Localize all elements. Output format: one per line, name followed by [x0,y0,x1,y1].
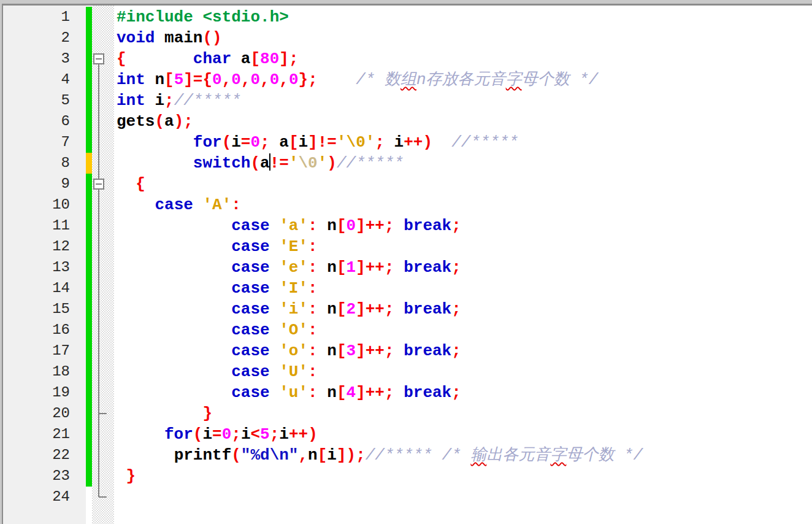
code-line[interactable]: 11 case 'a': n[0]++; break; [3,215,812,236]
line-number[interactable]: 8 [3,153,86,174]
code-line[interactable]: 3{ char a[80]; [3,48,812,69]
token-kw: case [231,321,269,339]
code-line[interactable]: 20 } [3,403,812,424]
line-number[interactable]: 3 [3,48,86,69]
editor-surface[interactable]: 1#include <stdio.h>2void main()3{ char a… [3,6,812,524]
line-number[interactable]: 2 [3,28,86,48]
line-number[interactable]: 12 [3,236,86,257]
line-number[interactable]: 6 [3,111,86,132]
token-id [117,342,231,360]
code-line[interactable]: 6gets(a); [3,111,812,132]
line-number[interactable]: 21 [3,424,86,445]
code-line[interactable]: 18 case 'U': [3,361,812,382]
code-text[interactable]: { [114,174,812,195]
line-number[interactable]: 17 [3,341,86,361]
token-chr: 'i' [279,300,308,318]
code-line[interactable]: 1#include <stdio.h> [3,7,812,28]
token-id: printf [174,446,232,464]
line-number[interactable]: 1 [3,7,86,28]
token-id [394,383,404,402]
token-op: : [308,363,318,381]
token-chr: 'E' [279,237,308,256]
line-number[interactable]: 7 [3,132,86,153]
token-op: = [241,133,251,152]
line-number[interactable]: 5 [3,90,86,111]
code-text[interactable]: printf("%d\n",n[i]);//***** /* 输出各元音字母个数… [114,445,812,466]
code-text[interactable]: case 'u': n[4]++; break; [114,382,812,403]
code-text[interactable]: #include <stdio.h> [114,7,812,28]
line-number[interactable]: 16 [3,320,86,341]
code-text[interactable]: switch(a!='\0')//***** [114,153,812,174]
code-line[interactable]: 17 case 'o': n[3]++; break; [3,341,812,361]
fold-cell [92,424,114,445]
line-number[interactable]: 13 [3,257,86,278]
line-number[interactable]: 15 [3,299,86,320]
code-text[interactable]: case 'A': [114,195,812,215]
code-text[interactable]: case 'I': [114,278,812,299]
code-text[interactable]: gets(a); [114,111,812,132]
line-number[interactable]: 23 [3,466,86,487]
code-line[interactable]: 24 [3,487,812,507]
code-line[interactable]: 2void main() [3,28,812,48]
line-number[interactable]: 9 [3,174,86,195]
code-line[interactable]: 7 for(i=0; a[i]!='\0'; i++) //***** [3,132,812,153]
line-number[interactable]: 11 [3,215,86,236]
token-op: ) [308,425,318,444]
code-line[interactable]: 14 case 'I': [3,278,812,299]
line-number[interactable]: 24 [3,487,86,507]
code-text[interactable]: case 'e': n[1]++; break; [114,257,812,278]
token-num: 0 [270,71,280,89]
token-id: i [279,425,289,444]
code-line[interactable]: 5int i;//***** [3,90,812,111]
code-text[interactable] [114,487,812,507]
line-number[interactable]: 19 [3,382,86,403]
code-text[interactable]: { char a[80]; [114,48,812,69]
code-line[interactable]: 13 case 'e': n[1]++; break; [3,257,812,278]
token-num: 5 [260,425,270,444]
code-text[interactable]: for(i=0; a[i]!='\0'; i++) //***** [114,132,812,153]
token-op: ; [451,300,461,318]
code-line[interactable]: 12 case 'E': [3,236,812,257]
code-text[interactable]: case 'a': n[0]++; break; [114,215,812,236]
token-op: { [117,50,126,68]
code-text[interactable]: case 'O': [114,320,812,341]
code-line[interactable]: 8 switch(a!='\0')//***** [3,153,812,174]
token-num: 0 [222,425,232,444]
token-op: ; [356,446,366,464]
line-number[interactable]: 14 [3,278,86,299]
line-number[interactable]: 20 [3,403,86,424]
code-text[interactable]: } [114,403,812,424]
code-line[interactable]: 9 { [3,174,812,195]
code-text[interactable]: int n[5]={0,0,0,0,0}; /* 数组n存放各元音字母个数 */ [114,69,812,90]
token-cmtbad: 字 [550,446,566,464]
token-kw: for [193,133,222,152]
code-line[interactable]: 16 case 'O': [3,320,812,341]
code-line[interactable]: 23 } [3,466,812,487]
fold-toggle-icon[interactable] [93,179,104,190]
code-text[interactable]: for(i=0;i<5;i++) [114,424,812,445]
code-text[interactable]: } [114,466,812,487]
token-op: : [308,383,318,402]
token-op: ; [270,425,280,444]
token-op: ; [385,217,394,235]
change-marker-yellow [86,153,92,174]
code-text[interactable]: case 'U': [114,361,812,382]
fold-cell [92,382,114,403]
code-line[interactable]: 4int n[5]={0,0,0,0,0}; /* 数组n存放各元音字母个数 *… [3,69,812,90]
code-text[interactable]: case 'i': n[2]++; break; [114,299,812,320]
code-line[interactable]: 15 case 'i': n[2]++; break; [3,299,812,320]
fold-toggle-icon[interactable] [93,53,104,64]
code-text[interactable]: case 'E': [114,236,812,257]
line-number[interactable]: 18 [3,361,86,382]
code-line[interactable]: 10 case 'A': [3,195,812,215]
line-number[interactable]: 22 [3,445,86,466]
line-number[interactable]: 10 [3,195,86,215]
code-text[interactable]: void main() [114,28,812,48]
code-line[interactable]: 22 printf("%d\n",n[i]);//***** /* 输出各元音字… [3,445,812,466]
token-op: ] [308,133,318,152]
code-line[interactable]: 21 for(i=0;i<5;i++) [3,424,812,445]
code-text[interactable]: case 'o': n[3]++; break; [114,341,812,361]
code-text[interactable]: int i;//***** [114,90,812,111]
code-line[interactable]: 19 case 'u': n[4]++; break; [3,382,812,403]
line-number[interactable]: 4 [3,69,86,90]
